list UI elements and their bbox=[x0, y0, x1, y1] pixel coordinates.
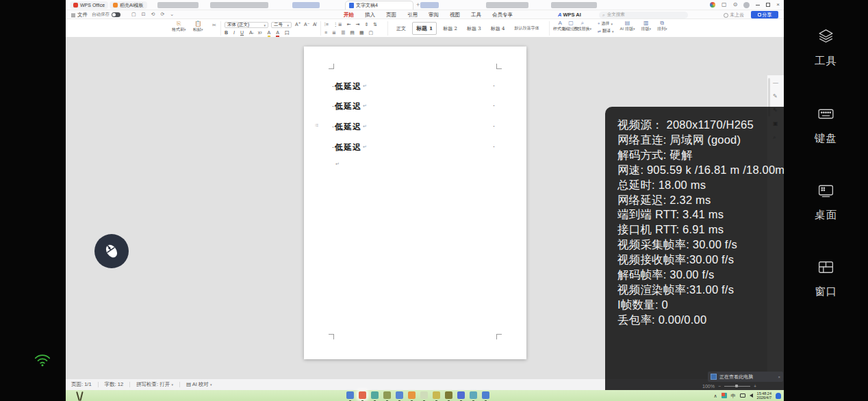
template-tab[interactable]: 稻壳AI模板 bbox=[110, 1, 147, 9]
font-name-select[interactable]: 宋体 (正文)▾ bbox=[225, 22, 268, 28]
network-monitor-icon[interactable] bbox=[740, 393, 745, 398]
style-chip-3[interactable]: 标题 3 bbox=[463, 23, 485, 34]
taskbar-app-icon-4[interactable] bbox=[396, 391, 403, 399]
paste-button[interactable]: 📋 粘贴▾ bbox=[193, 21, 203, 31]
notification-close-icon[interactable]: × bbox=[778, 375, 780, 379]
blurred-tab[interactable] bbox=[551, 2, 597, 8]
layout-mode-icon[interactable]: ▢ bbox=[722, 2, 727, 8]
taskbar-app-icon-7[interactable] bbox=[433, 391, 440, 399]
wps-office-tab[interactable]: WPS Office bbox=[70, 1, 108, 9]
char-border-icon[interactable]: 囗 bbox=[285, 29, 290, 37]
menu-tab-6[interactable]: 工具 bbox=[470, 10, 482, 20]
zoom-in-button[interactable]: + bbox=[754, 384, 756, 389]
sidebar-item-窗口[interactable]: 窗口 bbox=[784, 258, 868, 299]
menu-tab-1[interactable]: 插入 bbox=[364, 10, 376, 20]
blurred-tab[interactable] bbox=[420, 2, 439, 8]
edit-pen-icon[interactable]: ✎ bbox=[773, 93, 778, 99]
close-button[interactable]: × bbox=[776, 2, 780, 8]
tray-app-icon[interactable] bbox=[722, 393, 727, 398]
select-button[interactable]: ⌖选择▾ bbox=[598, 21, 614, 27]
input-method-indicator[interactable]: 中 bbox=[731, 393, 736, 398]
align-left-icon[interactable]: ≡ bbox=[324, 29, 327, 36]
strikethrough-icon[interactable]: A̶ bbox=[249, 29, 253, 37]
search-input[interactable]: ⌕ 全文搜索 bbox=[599, 12, 688, 18]
taskbar-app-icon-6[interactable] bbox=[420, 391, 428, 399]
autosave-toggle[interactable] bbox=[112, 12, 120, 17]
volume-icon[interactable] bbox=[750, 393, 753, 398]
zoom-out-button[interactable]: − bbox=[718, 384, 721, 389]
number-list-icon[interactable]: ⋮≣ bbox=[333, 21, 342, 27]
taskbar-app-icon-0[interactable] bbox=[346, 391, 354, 399]
ai-proof-button[interactable]: ▤ AI 校对 ▾ bbox=[186, 381, 212, 388]
superscript-icon[interactable]: x² bbox=[258, 29, 262, 37]
autosave-control[interactable]: 自动保存 bbox=[92, 12, 120, 18]
cloud-status[interactable]: 未上云 bbox=[724, 12, 744, 18]
doc-line-0[interactable]: ·低延迟↵ bbox=[332, 81, 367, 92]
menu-tab-5[interactable]: 视图 bbox=[449, 10, 461, 20]
underline-icon[interactable]: U bbox=[240, 29, 244, 37]
line-spacing-icon[interactable]: ⇕ bbox=[364, 21, 368, 27]
paragraph-layout-icon[interactable]: ⁞≡ bbox=[315, 123, 318, 127]
menu-tab-0[interactable]: 开始 bbox=[343, 10, 355, 20]
cut-scissors-icon[interactable]: ✂ bbox=[212, 22, 216, 28]
doc-line-3[interactable]: ·低延迟↵ bbox=[332, 142, 367, 153]
outdent-icon[interactable]: ⇤ bbox=[347, 21, 351, 27]
new-tab-button[interactable]: + bbox=[416, 2, 420, 8]
document-page[interactable]: ·低延迟↵··低延迟↵··低延迟↵··低延迟↵· ⁞≡ ↵ bbox=[304, 47, 526, 359]
font-color-icon[interactable]: A bbox=[276, 29, 279, 37]
zoom-slider-knob[interactable] bbox=[735, 385, 738, 387]
customize-toolbar-icon[interactable]: ⌄ bbox=[170, 12, 174, 17]
blurred-tab[interactable] bbox=[486, 2, 528, 8]
style-chip-1[interactable]: 标题 1 bbox=[412, 22, 437, 35]
bold-icon[interactable]: B bbox=[225, 29, 228, 37]
style-chip-5[interactable]: 默认段落字体 bbox=[511, 23, 542, 34]
justify-icon[interactable]: ▤ bbox=[350, 29, 355, 36]
align-center-icon[interactable]: ≣ bbox=[332, 29, 336, 36]
taskbar-app-icon-3[interactable] bbox=[383, 391, 391, 399]
sidebar-item-工具[interactable]: 工具 bbox=[784, 27, 868, 68]
taskbar-app-icon-9[interactable] bbox=[457, 391, 465, 399]
increase-font-icon[interactable]: A⁺ bbox=[295, 21, 301, 27]
format-painter-button[interactable]: ⎘ 格式刷▾ bbox=[172, 21, 186, 31]
minimize-button[interactable] bbox=[756, 5, 760, 5]
style-chip-0[interactable]: 正文 bbox=[393, 23, 409, 34]
redo-icon[interactable]: ⟳ bbox=[160, 12, 164, 17]
menu-tab-7[interactable]: 会员专享 bbox=[492, 10, 513, 20]
zoom-slider[interactable] bbox=[724, 386, 750, 387]
sidebar-item-桌面[interactable]: 桌面 bbox=[784, 181, 868, 222]
blurred-tab[interactable] bbox=[157, 2, 199, 8]
print-icon[interactable]: ⊡ bbox=[142, 12, 146, 17]
undo-icon[interactable]: ⟲ bbox=[151, 12, 155, 17]
bullet-list-icon[interactable]: ⫶≡ bbox=[324, 21, 329, 27]
file-menu-button[interactable]: 文件 bbox=[71, 12, 88, 18]
account-avatar[interactable] bbox=[743, 2, 750, 8]
italic-icon[interactable]: I bbox=[233, 29, 235, 37]
blurred-tab[interactable] bbox=[292, 2, 320, 8]
clear-format-icon[interactable]: A̸ bbox=[313, 21, 316, 27]
remote-screen[interactable]: WPS Office 稻壳AI模板 文字文稿4 + ▢ ⊙ bbox=[66, 0, 784, 401]
border-icon[interactable]: ▢ bbox=[369, 29, 374, 36]
sort-icon[interactable]: ⇅ bbox=[373, 21, 377, 27]
taskbar-app-icon-5[interactable] bbox=[408, 391, 416, 399]
align-right-icon[interactable]: ☰ bbox=[341, 29, 345, 36]
mouse-mode-button[interactable] bbox=[94, 234, 129, 268]
notification-bell-icon[interactable] bbox=[776, 393, 781, 399]
taskbar-app-icon-11[interactable] bbox=[482, 391, 489, 399]
document-tab-active[interactable]: 文字文稿4 bbox=[345, 1, 413, 10]
layout-button[interactable]: ▥排版▾ bbox=[641, 21, 651, 31]
taskbar-app-icon-10[interactable] bbox=[470, 391, 477, 399]
connection-status[interactable] bbox=[0, 350, 84, 370]
sidebar-item-键盘[interactable]: 键盘 bbox=[784, 105, 868, 146]
share-button[interactable]: 分享 bbox=[751, 11, 778, 18]
menu-tab-4[interactable]: 审阅 bbox=[428, 10, 439, 20]
style-chip-2[interactable]: 标题 2 bbox=[439, 23, 461, 34]
translate-button[interactable]: ⇄翻译▾ bbox=[598, 28, 614, 34]
taskbar-app-icon-8[interactable] bbox=[445, 391, 452, 399]
collapse-icon[interactable]: — bbox=[773, 79, 778, 86]
spellcheck-status[interactable]: 拼写检查: 打开 ▾ bbox=[136, 381, 173, 388]
taskbar-app-icon-2[interactable] bbox=[371, 391, 379, 399]
shading-icon[interactable]: ▦ bbox=[359, 29, 364, 36]
ai-layout-button[interactable]: ▤AI 排版▾ bbox=[620, 21, 635, 31]
highlight-color-icon[interactable]: A bbox=[268, 29, 271, 37]
blurred-tab[interactable] bbox=[210, 2, 268, 8]
